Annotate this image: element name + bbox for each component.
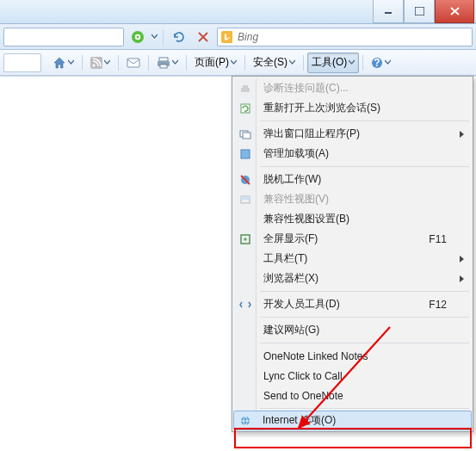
chevron-down-icon (349, 59, 355, 65)
chevron-down-icon (172, 59, 178, 65)
svg-point-7 (93, 64, 96, 66)
separator (244, 55, 245, 71)
menu-label: 开发人员工具(D) (263, 297, 340, 312)
tools-dropdown-menu: 诊断连接问题(C)... 重新打开上次浏览会话(S) 弹出窗口阻止程序(P) 管… (232, 76, 473, 432)
menu-item-onenote-linked[interactable]: OneNote Linked Notes (234, 346, 471, 366)
chevron-down-icon (385, 59, 391, 65)
globe-360-icon (131, 30, 145, 44)
menu-label: 脱机工作(W) (263, 172, 321, 187)
svg-rect-9 (159, 58, 168, 61)
search-box[interactable] (217, 28, 473, 46)
menu-item-suggested-sites[interactable]: 建议网站(G) (234, 320, 471, 340)
menu-item-lync[interactable]: Lync Click to Call (234, 366, 471, 386)
menu-label: Lync Click to Call (263, 370, 343, 382)
search-input[interactable] (238, 31, 468, 43)
feeds-button[interactable] (86, 53, 114, 73)
menu-label: 弹出窗口阻止程序(P) (263, 127, 360, 141)
menu-item-compat-view[interactable]: 兼容性视图(V) (234, 189, 471, 209)
chevron-down-icon (68, 59, 74, 65)
menu-label: Send to OneNote (263, 390, 343, 402)
menu-item-explorer-bars[interactable]: 浏览器栏(X) (234, 269, 471, 288)
refresh-button[interactable] (169, 28, 189, 46)
stop-icon (198, 32, 208, 42)
separator (186, 55, 187, 71)
menu-separator (260, 120, 469, 121)
menu-item-fullscreen[interactable]: 全屏显示(F) F11 (234, 229, 471, 249)
menu-item-popup-blocker[interactable]: 弹出窗口阻止程序(P) (234, 124, 471, 144)
stop-button[interactable] (193, 28, 213, 46)
menu-item-send-onenote[interactable]: Send to OneNote (234, 386, 471, 405)
svg-rect-14 (241, 88, 250, 92)
menu-label: 全屏显示(F) (263, 232, 318, 246)
svg-rect-11 (160, 65, 167, 68)
rss-icon (90, 57, 102, 69)
menu-item-work-offline[interactable]: 脱机工作(W) (234, 170, 471, 189)
menu-separator (260, 317, 469, 318)
tools-menu-button[interactable]: 工具(O) (307, 53, 359, 73)
svg-rect-1 (415, 7, 424, 15)
page-menu-button[interactable]: 页面(P) (190, 53, 241, 73)
separator (362, 55, 363, 71)
menu-label: 诊断连接问题(C)... (263, 81, 349, 96)
menu-item-internet-options[interactable]: Internet 选项(O) (233, 411, 472, 430)
separator (148, 55, 149, 71)
svg-rect-5 (221, 31, 232, 43)
menu-item-diagnose[interactable]: 诊断连接问题(C)... (234, 78, 471, 98)
menu-item-reopen-session[interactable]: 重新打开上次浏览会话(S) (234, 98, 471, 118)
reopen-icon (238, 102, 252, 115)
address-bar (0, 24, 476, 50)
menu-item-compat-settings[interactable]: 兼容性视图设置(B) (234, 209, 471, 229)
safety-menu-button[interactable]: 安全(S) (249, 53, 300, 73)
url-field-wrap (3, 28, 124, 46)
separator (163, 29, 164, 45)
home-icon (53, 56, 66, 70)
home-button[interactable] (48, 53, 78, 73)
compat-icon (238, 193, 252, 207)
window-titlebar (0, 0, 476, 24)
menu-separator (260, 343, 469, 343)
mail-icon (127, 57, 140, 69)
menu-separator (260, 291, 469, 292)
menu-separator (260, 166, 469, 167)
read-mail-button[interactable] (122, 53, 145, 73)
blank-tab[interactable] (3, 53, 41, 72)
submenu-arrow-icon (460, 256, 464, 263)
maximize-button[interactable] (404, 0, 435, 23)
menu-label: 兼容性视图设置(B) (263, 212, 349, 226)
fullscreen-icon (238, 232, 252, 246)
menu-separator (260, 408, 469, 409)
diagnose-icon (238, 82, 252, 96)
minimize-icon (384, 7, 393, 15)
menu-shortcut: F11 (429, 233, 447, 245)
minimize-button[interactable] (373, 0, 404, 23)
dropdown-arrow-icon[interactable] (151, 34, 158, 40)
menu-label: 兼容性视图(V) (263, 192, 329, 207)
chevron-down-icon (231, 59, 237, 65)
separator (82, 55, 83, 71)
maximize-icon (415, 7, 424, 15)
safety-menu-label: 安全(S) (253, 55, 287, 70)
menu-label: OneNote Linked Notes (263, 350, 368, 362)
qihoo-icon[interactable] (127, 28, 148, 46)
tools-menu-label: 工具(O) (312, 55, 347, 70)
help-button[interactable]: ? (367, 53, 395, 73)
offline-icon (238, 173, 252, 187)
separator (303, 55, 304, 71)
close-icon (450, 7, 460, 15)
svg-rect-22 (241, 196, 250, 200)
popup-icon (238, 127, 252, 141)
refresh-icon (173, 31, 185, 43)
menu-item-devtools[interactable]: 开发人员工具(D) F12 (234, 294, 471, 314)
menu-label: 管理加载项(A) (263, 146, 329, 161)
menu-label: 浏览器栏(X) (263, 271, 318, 286)
print-button[interactable] (152, 53, 182, 73)
bing-icon (221, 31, 232, 43)
devtools-icon (238, 298, 252, 312)
command-toolbar: 页面(P) 安全(S) 工具(O) ? (0, 50, 476, 76)
menu-item-manage-addons[interactable]: 管理加载项(A) (234, 144, 471, 164)
addons-icon (238, 147, 252, 161)
svg-rect-15 (243, 85, 248, 88)
close-button[interactable] (435, 0, 474, 23)
svg-point-4 (137, 35, 139, 38)
menu-item-toolbars[interactable]: 工具栏(T) (234, 249, 471, 269)
